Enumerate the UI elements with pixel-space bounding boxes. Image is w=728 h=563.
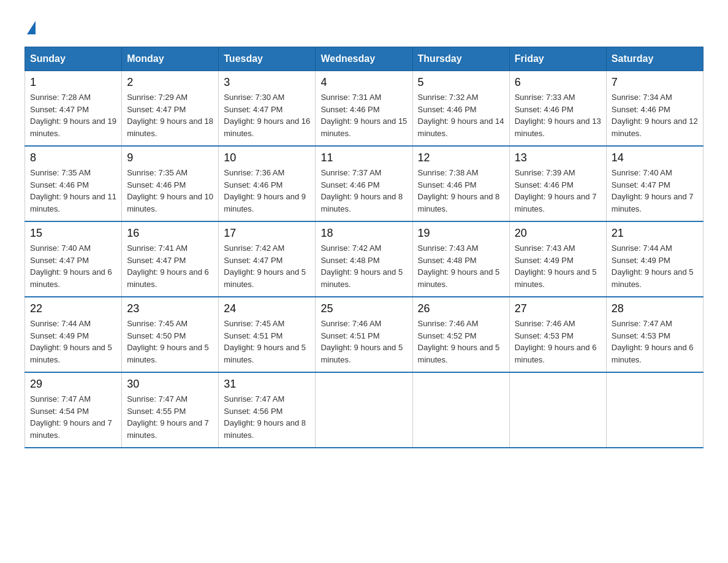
day-info: Sunrise: 7:44 AMSunset: 4:49 PMDaylight:… — [30, 319, 112, 364]
day-cell: 27 Sunrise: 7:46 AMSunset: 4:53 PMDaylig… — [509, 297, 606, 372]
header-row: SundayMondayTuesdayWednesdayThursdayFrid… — [25, 47, 703, 71]
day-cell: 28 Sunrise: 7:47 AMSunset: 4:53 PMDaylig… — [606, 297, 703, 372]
day-number: 30 — [127, 378, 213, 391]
day-number: 16 — [127, 227, 213, 240]
day-info: Sunrise: 7:42 AMSunset: 4:47 PMDaylight:… — [224, 243, 306, 289]
week-row-4: 22 Sunrise: 7:44 AMSunset: 4:49 PMDaylig… — [25, 297, 703, 372]
day-cell: 10 Sunrise: 7:36 AMSunset: 4:46 PMDaylig… — [219, 146, 316, 221]
week-row-5: 29 Sunrise: 7:47 AMSunset: 4:54 PMDaylig… — [25, 372, 703, 448]
day-info: Sunrise: 7:30 AMSunset: 4:47 PMDaylight:… — [224, 93, 310, 138]
day-info: Sunrise: 7:38 AMSunset: 4:46 PMDaylight:… — [418, 168, 500, 213]
header-cell-friday: Friday — [509, 47, 606, 71]
day-cell: 22 Sunrise: 7:44 AMSunset: 4:49 PMDaylig… — [25, 297, 122, 372]
header-cell-sunday: Sunday — [25, 47, 122, 71]
day-number: 31 — [224, 378, 310, 391]
day-cell — [316, 372, 412, 448]
day-cell: 6 Sunrise: 7:33 AMSunset: 4:46 PMDayligh… — [509, 71, 606, 147]
day-number: 8 — [30, 151, 116, 164]
day-info: Sunrise: 7:41 AMSunset: 4:47 PMDaylight:… — [127, 243, 209, 289]
day-number: 21 — [612, 227, 698, 240]
day-cell: 18 Sunrise: 7:42 AMSunset: 4:48 PMDaylig… — [316, 221, 412, 297]
day-cell: 19 Sunrise: 7:43 AMSunset: 4:48 PMDaylig… — [412, 221, 509, 297]
day-number: 14 — [612, 151, 698, 164]
day-info: Sunrise: 7:43 AMSunset: 4:48 PMDaylight:… — [418, 243, 500, 289]
day-info: Sunrise: 7:40 AMSunset: 4:47 PMDaylight:… — [612, 168, 694, 213]
day-cell: 8 Sunrise: 7:35 AMSunset: 4:46 PMDayligh… — [25, 146, 122, 221]
day-number: 18 — [320, 227, 407, 240]
header — [25, 18, 703, 34]
day-info: Sunrise: 7:35 AMSunset: 4:46 PMDaylight:… — [30, 168, 116, 213]
day-info: Sunrise: 7:42 AMSunset: 4:48 PMDaylight:… — [320, 243, 403, 289]
day-cell: 13 Sunrise: 7:39 AMSunset: 4:46 PMDaylig… — [509, 146, 606, 221]
day-info: Sunrise: 7:47 AMSunset: 4:53 PMDaylight:… — [612, 319, 694, 364]
day-info: Sunrise: 7:34 AMSunset: 4:46 PMDaylight:… — [612, 93, 698, 138]
day-cell: 12 Sunrise: 7:38 AMSunset: 4:46 PMDaylig… — [412, 146, 509, 221]
day-info: Sunrise: 7:31 AMSunset: 4:46 PMDaylight:… — [320, 93, 407, 138]
day-cell: 2 Sunrise: 7:29 AMSunset: 4:47 PMDayligh… — [122, 71, 219, 147]
day-number: 24 — [224, 302, 310, 315]
day-cell: 20 Sunrise: 7:43 AMSunset: 4:49 PMDaylig… — [509, 221, 606, 297]
day-number: 26 — [418, 302, 504, 315]
week-row-3: 15 Sunrise: 7:40 AMSunset: 4:47 PMDaylig… — [25, 221, 703, 297]
day-number: 1 — [30, 76, 116, 89]
day-cell: 14 Sunrise: 7:40 AMSunset: 4:47 PMDaylig… — [606, 146, 703, 221]
day-number: 6 — [515, 76, 601, 89]
day-cell: 5 Sunrise: 7:32 AMSunset: 4:46 PMDayligh… — [412, 71, 509, 147]
day-info: Sunrise: 7:46 AMSunset: 4:51 PMDaylight:… — [320, 319, 403, 364]
day-info: Sunrise: 7:40 AMSunset: 4:47 PMDaylight:… — [30, 243, 112, 289]
logo-area — [25, 18, 36, 34]
day-number: 4 — [320, 76, 407, 89]
day-number: 27 — [515, 302, 601, 315]
day-info: Sunrise: 7:37 AMSunset: 4:46 PMDaylight:… — [320, 168, 403, 213]
day-info: Sunrise: 7:47 AMSunset: 4:55 PMDaylight:… — [127, 394, 209, 440]
day-number: 28 — [612, 302, 698, 315]
day-info: Sunrise: 7:33 AMSunset: 4:46 PMDaylight:… — [515, 93, 601, 138]
day-number: 29 — [30, 378, 116, 391]
day-number: 20 — [515, 227, 601, 240]
header-cell-tuesday: Tuesday — [219, 47, 316, 71]
day-info: Sunrise: 7:44 AMSunset: 4:49 PMDaylight:… — [612, 243, 694, 289]
day-number: 11 — [320, 151, 407, 164]
day-info: Sunrise: 7:32 AMSunset: 4:46 PMDaylight:… — [418, 93, 504, 138]
day-cell: 9 Sunrise: 7:35 AMSunset: 4:46 PMDayligh… — [122, 146, 219, 221]
day-cell: 15 Sunrise: 7:40 AMSunset: 4:47 PMDaylig… — [25, 221, 122, 297]
day-info: Sunrise: 7:47 AMSunset: 4:56 PMDaylight:… — [224, 394, 306, 440]
day-number: 15 — [30, 227, 116, 240]
day-number: 3 — [224, 76, 310, 89]
day-cell: 1 Sunrise: 7:28 AMSunset: 4:47 PMDayligh… — [25, 71, 122, 147]
day-cell: 21 Sunrise: 7:44 AMSunset: 4:49 PMDaylig… — [606, 221, 703, 297]
day-info: Sunrise: 7:46 AMSunset: 4:53 PMDaylight:… — [515, 319, 597, 364]
day-info: Sunrise: 7:45 AMSunset: 4:50 PMDaylight:… — [127, 319, 209, 364]
day-info: Sunrise: 7:29 AMSunset: 4:47 PMDaylight:… — [127, 93, 213, 138]
day-cell — [606, 372, 703, 448]
day-cell — [509, 372, 606, 448]
day-cell: 17 Sunrise: 7:42 AMSunset: 4:47 PMDaylig… — [219, 221, 316, 297]
day-cell: 29 Sunrise: 7:47 AMSunset: 4:54 PMDaylig… — [25, 372, 122, 448]
header-cell-monday: Monday — [122, 47, 219, 71]
week-row-1: 1 Sunrise: 7:28 AMSunset: 4:47 PMDayligh… — [25, 71, 703, 147]
day-cell: 3 Sunrise: 7:30 AMSunset: 4:47 PMDayligh… — [219, 71, 316, 147]
day-info: Sunrise: 7:45 AMSunset: 4:51 PMDaylight:… — [224, 319, 306, 364]
day-number: 23 — [127, 302, 213, 315]
day-cell: 11 Sunrise: 7:37 AMSunset: 4:46 PMDaylig… — [316, 146, 412, 221]
day-info: Sunrise: 7:35 AMSunset: 4:46 PMDaylight:… — [127, 168, 213, 213]
day-number: 2 — [127, 76, 213, 89]
day-number: 9 — [127, 151, 213, 164]
day-number: 19 — [418, 227, 504, 240]
day-info: Sunrise: 7:39 AMSunset: 4:46 PMDaylight:… — [515, 168, 597, 213]
week-row-2: 8 Sunrise: 7:35 AMSunset: 4:46 PMDayligh… — [25, 146, 703, 221]
day-cell — [412, 372, 509, 448]
day-number: 10 — [224, 151, 310, 164]
day-info: Sunrise: 7:46 AMSunset: 4:52 PMDaylight:… — [418, 319, 500, 364]
day-number: 17 — [224, 227, 310, 240]
day-info: Sunrise: 7:47 AMSunset: 4:54 PMDaylight:… — [30, 394, 112, 440]
day-number: 12 — [418, 151, 504, 164]
logo-triangle-icon — [27, 21, 36, 34]
header-cell-saturday: Saturday — [606, 47, 703, 71]
logo-text — [25, 18, 36, 34]
day-cell: 30 Sunrise: 7:47 AMSunset: 4:55 PMDaylig… — [122, 372, 219, 448]
day-cell: 16 Sunrise: 7:41 AMSunset: 4:47 PMDaylig… — [122, 221, 219, 297]
day-cell: 23 Sunrise: 7:45 AMSunset: 4:50 PMDaylig… — [122, 297, 219, 372]
day-number: 22 — [30, 302, 116, 315]
day-cell: 31 Sunrise: 7:47 AMSunset: 4:56 PMDaylig… — [219, 372, 316, 448]
